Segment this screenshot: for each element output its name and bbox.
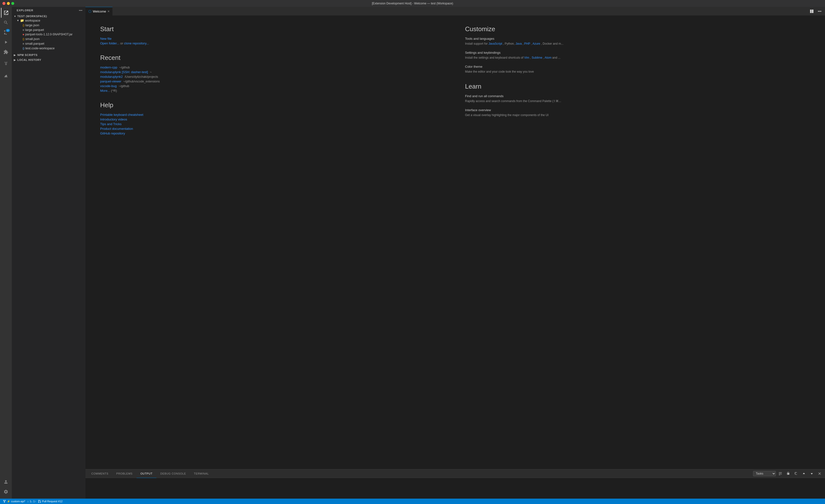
sync-icon: ↕ — [27, 500, 29, 503]
tools-languages-desc: Install support for JavaScript , Python,… — [465, 41, 810, 46]
recent-item-1: modularuplynk [SSH: dasher-test] ~ — [100, 70, 445, 74]
open-folder-link[interactable]: Open folder... — [100, 41, 119, 45]
search-activity-icon[interactable] — [1, 18, 11, 27]
recent-item-4: vscode-bug ~/github — [100, 84, 445, 88]
azure-link[interactable]: Azure — [533, 42, 540, 46]
local-history-section[interactable]: ▶ LOCAL HISTORY — [12, 58, 85, 62]
workspace-root-label[interactable]: ▼ TEST (WORKSPACE) — [12, 14, 85, 18]
product-docs-link[interactable]: Product documentation — [100, 127, 445, 131]
minimize-button[interactable] — [7, 2, 10, 5]
activity-bar-bottom — [1, 477, 11, 499]
file-large-parquet[interactable]: ≡ large.parquet — [12, 27, 85, 32]
workspace-folder[interactable]: ▼ 📁 workspace — [12, 18, 85, 23]
file-small-json[interactable]: {} small.json — [12, 36, 85, 41]
pr-status[interactable]: Pull Request #12 — [37, 500, 64, 503]
sublime-link[interactable]: Sublime — [532, 56, 542, 59]
panel-lock-icon[interactable] — [785, 470, 792, 477]
sync-count: 1↓ 1↑ — [30, 500, 36, 503]
welcome-left-column: Start New file Open folder... or clone r… — [100, 25, 445, 144]
accounts-activity-icon[interactable] — [1, 477, 11, 487]
npm-chevron-icon: ▶ — [14, 54, 16, 57]
panel-scroll-down-icon[interactable] — [808, 470, 815, 477]
titlebar: [Extension Development Host] - Welcome —… — [0, 0, 825, 7]
settings-activity-icon[interactable] — [1, 487, 11, 497]
file-label: small.json — [25, 37, 40, 41]
panel-source-select[interactable]: Tasks Git Extensions — [753, 471, 776, 476]
explorer-activity-icon[interactable] — [1, 8, 11, 18]
comments-tab[interactable]: COMMENTS — [87, 470, 112, 478]
split-editor-icon[interactable] — [808, 8, 815, 15]
panel-lines-icon[interactable] — [777, 470, 784, 477]
recent-item-3: parquet-viewer ~/github/vscode_extension… — [100, 80, 445, 83]
learn-section: Learn Find and run all commands Rapidly … — [465, 83, 810, 117]
recent-link-1[interactable]: modularuplynk [SSH: dasher-test] — [100, 70, 148, 74]
run-activity-icon[interactable] — [1, 37, 11, 47]
branch-status[interactable]: ⚡ custom-api* — [2, 500, 26, 503]
traffic-lights — [2, 2, 14, 5]
start-section: Start New file Open folder... or clone r… — [100, 25, 445, 45]
learn-commands: Find and run all commands Rapidly access… — [465, 94, 810, 103]
recent-link-4[interactable]: vscode-bug — [100, 84, 117, 88]
chevron-down-folder-icon: ▼ — [17, 19, 19, 22]
terminal-tab[interactable]: TERMINAL — [190, 470, 213, 478]
recent-link-3[interactable]: parquet-viewer — [100, 80, 121, 83]
vim-link[interactable]: Vim — [524, 56, 529, 59]
clone-repo-link[interactable]: clone repository... — [124, 41, 149, 45]
panel-copy-icon[interactable] — [793, 470, 800, 477]
new-file-link[interactable]: New file — [100, 37, 445, 40]
workspace-file-icon: {} — [22, 47, 24, 50]
help-title: Help — [100, 101, 445, 109]
npm-scripts-section[interactable]: ▶ NPM SCRIPTS — [12, 53, 85, 58]
sidebar-header: Explorer ••• — [12, 7, 85, 14]
file-label: parquet-tools-1.12.0-SNAPSHOT.jar — [25, 33, 73, 36]
json-file-icon: {} — [22, 24, 24, 27]
maximize-button[interactable] — [11, 2, 14, 5]
tab-close-icon[interactable]: × — [107, 10, 109, 13]
github-repo-link[interactable]: GitHub repository — [100, 132, 445, 135]
json-file-icon2: {} — [22, 37, 24, 40]
file-parquet-tools[interactable]: ■ parquet-tools-1.12.0-SNAPSHOT.jar — [12, 32, 85, 36]
more-actions-icon[interactable]: ••• — [816, 8, 823, 15]
npm-scripts-label: NPM SCRIPTS — [17, 54, 38, 57]
source-control-activity-icon[interactable]: 2 — [1, 27, 11, 37]
recent-link-2[interactable]: modularuplynk2 — [100, 75, 123, 79]
welcome-tab[interactable]: ⬡ Welcome × — [85, 7, 112, 15]
intro-videos-link[interactable]: Introductory videos — [100, 117, 445, 121]
tab-bar-actions: ••• — [808, 8, 823, 15]
remote-activity-icon[interactable] — [1, 71, 11, 80]
debug-console-tab[interactable]: DEBUG CONSOLE — [156, 470, 190, 478]
statusbar-left: ⚡ custom-api* ↕ 1↓ 1↑ Pull Request #12 — [2, 500, 64, 503]
sync-status[interactable]: ↕ 1↓ 1↑ — [26, 500, 37, 503]
sidebar-more-icon[interactable]: ••• — [79, 9, 82, 12]
recent-path-1: ~ — [150, 70, 151, 74]
file-small-parquet[interactable]: ≡ small.parquet — [12, 41, 85, 46]
local-history-label: LOCAL HISTORY — [17, 59, 42, 61]
recent-title: Recent — [100, 54, 445, 62]
more-recent-link[interactable]: More... — [100, 89, 110, 92]
extensions-activity-icon[interactable] — [1, 47, 11, 57]
php-link[interactable]: PHP — [524, 42, 530, 46]
js-link[interactable]: JavaScript — [489, 42, 502, 46]
atom-link[interactable]: Atom — [545, 56, 551, 59]
settings-keybindings-desc: Install the settings and keyboard shortc… — [465, 56, 810, 60]
welcome-page: Start New file Open folder... or clone r… — [85, 15, 825, 469]
open-folder-row: Open folder... or clone repository... — [100, 41, 445, 45]
file-test-workspace[interactable]: {} test.code-workspace — [12, 46, 85, 51]
file-label: small.parquet — [25, 42, 44, 46]
problems-tab[interactable]: PROBLEMS — [112, 470, 136, 478]
testing-activity-icon[interactable] — [1, 59, 11, 69]
output-tab[interactable]: OUTPUT — [137, 470, 156, 478]
file-large-json[interactable]: {} large.json — [12, 23, 85, 27]
sidebar: Explorer ••• ▼ TEST (WORKSPACE) ▼ 📁 work… — [12, 7, 85, 499]
keyboard-cheatsheet-link[interactable]: Printable keyboard cheatsheet — [100, 113, 445, 116]
tips-tricks-link[interactable]: Tips and Tricks — [100, 122, 445, 126]
java-link[interactable]: Java — [515, 42, 522, 46]
tools-languages-title: Tools and languages — [465, 37, 810, 40]
branch-name: ⚡ custom-api* — [7, 500, 25, 503]
close-button[interactable] — [2, 2, 5, 5]
panel-close-icon[interactable] — [816, 470, 823, 477]
panel-body — [85, 478, 825, 499]
panel-scroll-up-icon[interactable] — [801, 470, 807, 477]
branch-icon — [3, 500, 6, 503]
recent-link-0[interactable]: modern-cpp — [100, 66, 117, 69]
